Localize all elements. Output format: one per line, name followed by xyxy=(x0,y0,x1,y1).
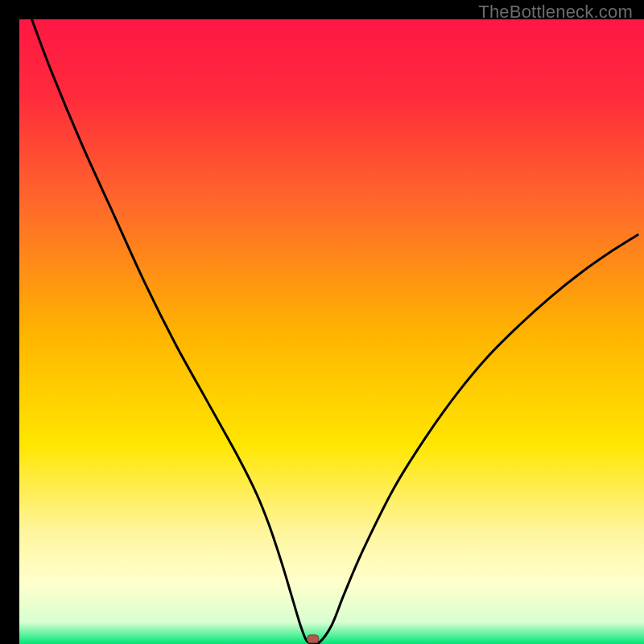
chart-frame xyxy=(10,10,634,634)
watermark-text: TheBottleneck.com xyxy=(478,2,633,23)
bottleneck-chart xyxy=(19,19,644,644)
gradient-background xyxy=(19,19,644,644)
optimal-point-marker xyxy=(308,635,319,643)
